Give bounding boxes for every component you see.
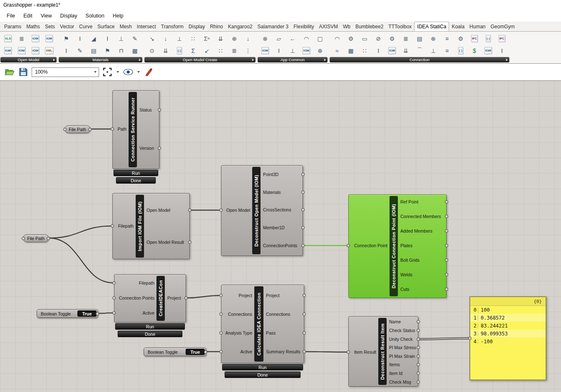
import-iom-file-output-grip-open-model[interactable] [188, 208, 191, 212]
tab-geomgym[interactable]: GeomGym [488, 22, 517, 31]
zoom-extents-dropdown-arrow-icon[interactable] [116, 71, 120, 73]
xml-export-icon[interactable]: XML [43, 45, 55, 56]
tab-maths[interactable]: Maths [24, 22, 42, 31]
iom-add-icon[interactable]: IOM [259, 45, 271, 56]
tab-transform[interactable]: Transform [159, 22, 186, 31]
loads-icon[interactable]: ⇊ [400, 45, 412, 56]
iom-open-icon[interactable]: IOM [30, 33, 41, 44]
menu-help[interactable]: Help [109, 11, 128, 21]
preview-eye-icon[interactable] [123, 67, 134, 77]
line-load-icon[interactable]: ⇊ [160, 45, 171, 56]
tee-section-icon[interactable]: ⊥ [115, 33, 127, 44]
import-iom-file-output-grip-open-model-result[interactable] [188, 241, 191, 244]
tab-kangaroo2[interactable]: Kangaroo2 [226, 22, 255, 31]
tab-sets[interactable]: Sets [42, 22, 57, 31]
ribbon-group-label-open-model-create[interactable]: Open Model Create [144, 57, 256, 62]
menu-display[interactable]: Display [56, 11, 82, 21]
iom-merge-icon[interactable]: IOM [43, 33, 55, 44]
boolean-toggle-2-output-grip[interactable] [204, 350, 207, 354]
deconstruct-connection-point-output-grip-welds[interactable] [445, 273, 448, 276]
data-panel-input-grip[interactable] [468, 337, 472, 340]
folder-icon[interactable]: ▱ [273, 33, 285, 44]
connection-service-runner-input-grip-path[interactable] [111, 127, 114, 131]
create-idea-con-output-grip-project[interactable] [184, 296, 188, 300]
calculate-idea-connection-output-grip-pass[interactable] [303, 331, 306, 335]
tab-surface[interactable]: Surface [95, 22, 117, 31]
steel-beam-icon[interactable]: Ⅰ [102, 33, 113, 44]
grid-section-icon[interactable]: ▦ [129, 45, 141, 56]
tab-mesh[interactable]: Mesh [117, 22, 134, 31]
boolean-toggle-1[interactable]: Boolean ToggleTrue [37, 309, 98, 318]
brace-create-icon[interactable]: {;} [174, 45, 185, 56]
deconstruct-result-item-output-grip-pl-max-strain[interactable] [417, 355, 420, 358]
beam-section-icon[interactable]: Ⅰ [60, 45, 72, 56]
items-list-icon[interactable]: ⋮ [242, 45, 254, 56]
tab-human[interactable]: Human [467, 22, 488, 31]
plates-stack-icon[interactable]: ▤ [414, 33, 425, 44]
beam-add-icon[interactable]: Ⅰ [273, 45, 285, 56]
deconstruct-result-item-output-grip-item-id[interactable] [417, 372, 420, 375]
tab-params[interactable]: Params [2, 22, 24, 31]
support-icon[interactable]: ⊥ [174, 33, 185, 44]
dots-pattern-icon[interactable]: ∷ [187, 33, 199, 44]
axes-icon[interactable]: ⊥ [287, 45, 298, 56]
cost-icon[interactable]: $ [469, 45, 480, 56]
plate-material-icon[interactable]: ▤ [88, 45, 99, 56]
deconstruct-result-item-output-grip-check-msg[interactable] [417, 380, 420, 384]
calculate-idea-connection-output-grip-summary-results[interactable] [303, 350, 306, 353]
anchor-icon[interactable]: ⊥ [427, 45, 439, 56]
ribbon-group-label-open-model[interactable]: Open Model [0, 57, 57, 62]
component-deconstruct-connection-point[interactable]: Deconstruct Connection Point (IOM)Connec… [348, 194, 447, 298]
deconstruct-result-item-output-grip-name[interactable] [417, 320, 420, 323]
taper-section-icon[interactable]: ◢ [88, 33, 99, 44]
file-path-2-output-grip[interactable] [47, 237, 50, 240]
redraw-brush-icon[interactable] [144, 67, 154, 77]
create-idea-con-input-grip-connection-points[interactable] [112, 296, 116, 300]
canvas[interactable]: Connection Service RunnerPathStatusVersi… [0, 81, 561, 392]
param-file-path-2[interactable]: File Path [23, 234, 49, 242]
model-list-icon[interactable]: ≣ [16, 33, 27, 44]
align-list-icon[interactable]: ≣ [228, 45, 240, 56]
preset-right-icon[interactable]: ≡ [441, 45, 453, 56]
file-path-1-output-grip[interactable] [88, 128, 92, 131]
connection-service-runner-output-grip-status[interactable] [158, 108, 161, 112]
menu-solution[interactable]: Solution [82, 11, 109, 21]
bolts-icon[interactable]: ⊕ [427, 33, 439, 44]
link-icon[interactable]: ⊕ [314, 45, 326, 56]
zoom-dropdown-arrow-icon[interactable] [92, 68, 99, 77]
clip-icon[interactable]: ▢ [314, 33, 326, 44]
connection-service-runner-output-grip-version[interactable] [158, 146, 161, 150]
ribbon-group-label-materials[interactable]: Materials [59, 57, 142, 62]
column-section-icon[interactable]: Ⅰ [74, 33, 86, 44]
deconstruct-result-item-output-grip-items[interactable] [417, 363, 420, 366]
column-load-icon[interactable]: ↓ [242, 33, 254, 44]
iom-connection-icon[interactable]: IOM [386, 45, 398, 56]
boolean-toggle-2[interactable]: Boolean ToggleTrue [144, 347, 206, 356]
tab-koala[interactable]: Koala [449, 22, 467, 31]
deconstruct-connection-point-input-grip-connection-point[interactable] [347, 244, 350, 247]
deconstruct-connection-point-output-grip-cuts[interactable] [445, 288, 448, 291]
weld-seam-icon[interactable]: ◠ [331, 33, 343, 44]
boolean-toggle-1-output-grip[interactable] [96, 312, 99, 315]
deconstruct-open-model-output-grip-connectionpoints[interactable] [301, 244, 305, 247]
calculate-idea-connection-input-grip-project[interactable] [219, 294, 223, 297]
sum-series-icon[interactable]: Σⁿ [201, 33, 213, 44]
deconstruct-connection-point-output-grip-ref-point[interactable] [445, 200, 448, 203]
sketch-pen-icon[interactable]: ✎ [74, 45, 86, 56]
tab-bumblebee2[interactable]: Bumblebee2 [353, 22, 386, 31]
section-flag-icon[interactable]: ⚑ [102, 45, 113, 56]
open-document-icon[interactable] [4, 67, 15, 77]
cross-section-flag-icon[interactable]: ⚑ [60, 33, 72, 44]
create-idea-con-button-done[interactable]: Done [118, 331, 182, 337]
tab-rhino[interactable]: Rhino [207, 22, 225, 31]
plate-icon[interactable]: ▭ [359, 33, 370, 44]
channel-section-icon[interactable]: ⊓ [115, 45, 127, 56]
deconstruct-result-item-input-grip-item-result[interactable] [347, 350, 350, 354]
tab-wb[interactable]: Wb [340, 22, 353, 31]
preview-dropdown-arrow-icon[interactable] [137, 71, 141, 73]
create-idea-con-input-grip-active[interactable] [112, 311, 116, 315]
tab-flexibility[interactable]: Flexibility [291, 22, 316, 31]
tab-vector[interactable]: Vector [57, 22, 77, 31]
data-panel[interactable]: {0}010010.368572283.244221398.0993534-10… [469, 296, 546, 380]
member-mirror-icon[interactable]: ↙ [201, 45, 213, 56]
